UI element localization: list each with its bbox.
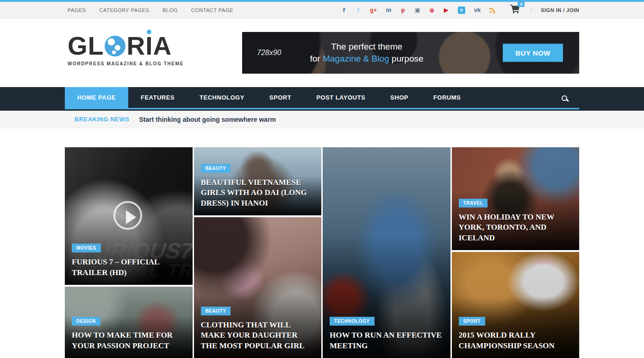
post-grid: FURIOUS7 OFFICIAL TRAILER MOVIES FURIOUS… xyxy=(65,147,579,358)
nav-sport[interactable]: SPORT xyxy=(257,87,304,108)
sign-in-link[interactable]: SIGN IN / JOIN xyxy=(541,7,579,13)
post-title[interactable]: HOW TO MAKE TIME FOR YOUR PASSION PROJEC… xyxy=(72,330,186,351)
breaking-news-headline[interactable]: Start thinking about going somewhere war… xyxy=(139,116,276,123)
post-title[interactable]: 2015 WORLD RALLY CHAMPIONSHIP SEASON xyxy=(459,330,573,351)
pinterest-icon[interactable]: p xyxy=(400,7,406,13)
ad-line1: The perfect theme xyxy=(331,42,402,51)
nav-forums[interactable]: FORUMS xyxy=(421,87,473,108)
ad-line2-prefix: for xyxy=(310,54,322,63)
vk-icon[interactable]: vk xyxy=(474,7,481,13)
rss-icon[interactable] xyxy=(489,6,496,13)
category-badge[interactable]: BEAUTY xyxy=(201,164,231,173)
ad-line2-highlight: Magazine & Blog xyxy=(323,54,389,63)
topbar-link-pages[interactable]: PAGES xyxy=(68,7,86,13)
post-title[interactable]: WIN A HOLIDAY TO NEW YORK, TORONTO, AND … xyxy=(459,212,573,243)
twitter-icon[interactable]: t xyxy=(356,7,361,13)
site-logo[interactable]: GL R I A WORDPRESS MAGAZINE & BLOG THEME xyxy=(68,33,184,67)
category-badge[interactable]: TRAVEL xyxy=(459,199,488,207)
cart-button[interactable]: 0 xyxy=(510,5,520,15)
secondary-nav: PAGES CATEGORY PAGES BLOG CONTACT PAGE xyxy=(65,7,233,13)
logo-text-a: A xyxy=(153,33,172,59)
topbar-right: f t g+ in p ▣ ◉ ▶ v vk 0 SIGN IN / xyxy=(341,5,579,15)
play-button[interactable] xyxy=(113,201,142,230)
top-bar: PAGES CATEGORY PAGES BLOG CONTACT PAGE f… xyxy=(0,2,644,19)
post-card-meeting[interactable]: TECHNOLOGY HOW TO RUN AN EFFECTIVE MEETI… xyxy=(323,147,450,358)
main-nav: HOME PAGE FEATURES TECHNOLOGY SPORT POST… xyxy=(0,87,644,111)
ad-line2-suffix: purpose xyxy=(389,54,424,63)
grid-column-3: TECHNOLOGY HOW TO RUN AN EFFECTIVE MEETI… xyxy=(323,147,450,358)
nav-features[interactable]: FEATURES xyxy=(128,87,187,108)
search-icon xyxy=(562,95,567,101)
google-plus-icon[interactable]: g+ xyxy=(370,7,377,13)
topbar-link-blog[interactable]: BLOG xyxy=(163,7,178,13)
search-button[interactable] xyxy=(555,87,574,109)
category-badge[interactable]: TECHNOLOGY xyxy=(330,317,375,326)
ad-text: The perfect theme for Magazine & Blog pu… xyxy=(242,41,491,64)
divider xyxy=(531,7,531,13)
page: PAGES CATEGORY PAGES BLOG CONTACT PAGE f… xyxy=(0,0,644,358)
nav-home-page[interactable]: HOME PAGE xyxy=(65,87,128,108)
instagram-icon[interactable]: ▣ xyxy=(414,7,420,13)
post-card-furious-7[interactable]: FURIOUS7 OFFICIAL TRAILER MOVIES FURIOUS… xyxy=(65,147,193,285)
post-title[interactable]: FURIOUS 7 – OFFICIAL TRAILER (HD) xyxy=(72,257,186,278)
logo-text-r: R xyxy=(126,33,145,59)
post-card-clothing[interactable]: BEAUTY CLOTHING THAT WILL MAKE YOUR DAUG… xyxy=(194,217,322,358)
header: GL R I A WORDPRESS MAGAZINE & BLOG THEME… xyxy=(0,19,644,87)
grid-column-1: FURIOUS7 OFFICIAL TRAILER MOVIES FURIOUS… xyxy=(65,147,193,358)
logo-letter-i: I xyxy=(145,33,153,59)
vimeo-icon[interactable]: v xyxy=(458,6,465,14)
linkedin-icon[interactable]: in xyxy=(386,7,391,13)
youtube-icon[interactable]: ▶ xyxy=(444,7,449,13)
logo-tagline: WORDPRESS MAGAZINE & BLOG THEME xyxy=(68,61,184,66)
category-badge[interactable]: SPORT xyxy=(459,317,485,326)
category-badge[interactable]: DESIGN xyxy=(72,317,100,326)
post-title[interactable]: BEAUTIFUL VIETNAMESE GIRLS WITH AO DAI (… xyxy=(201,177,315,208)
grid-column-4: TRAVEL WIN A HOLIDAY TO NEW YORK, TORONT… xyxy=(452,147,580,358)
post-card-hanoi[interactable]: BEAUTY BEAUTIFUL VIETNAMESE GIRLS WITH A… xyxy=(194,147,322,215)
dribbble-icon[interactable]: ◉ xyxy=(429,7,435,13)
breaking-news-label: BREAKING NEWS xyxy=(75,116,129,123)
globe-icon xyxy=(105,36,125,57)
post-card-rally[interactable]: SPORT 2015 WORLD RALLY CHAMPIONSHIP SEAS… xyxy=(452,252,580,358)
breaking-news-bar: BREAKING NEWS Start thinking about going… xyxy=(0,111,644,128)
post-card-travel[interactable]: TRAVEL WIN A HOLIDAY TO NEW YORK, TORONT… xyxy=(452,147,580,250)
cart-count-badge: 0 xyxy=(518,1,525,7)
category-badge[interactable]: MOVIES xyxy=(72,244,101,252)
post-title[interactable]: CLOTHING THAT WILL MAKE YOUR DAUGHTER TH… xyxy=(201,320,315,351)
nav-technology[interactable]: TECHNOLOGY xyxy=(187,87,257,108)
post-title[interactable]: HOW TO RUN AN EFFECTIVE MEETING xyxy=(330,330,444,351)
social-icons: f t g+ in p ▣ ◉ ▶ v vk xyxy=(341,6,496,14)
logo-text-gl: GL xyxy=(68,33,104,59)
buy-now-button[interactable]: BUY NOW xyxy=(503,44,563,62)
topbar-link-contact-page[interactable]: CONTACT PAGE xyxy=(191,7,233,13)
facebook-icon[interactable]: f xyxy=(341,7,347,13)
post-card-passion-project[interactable]: DESIGN HOW TO MAKE TIME FOR YOUR PASSION… xyxy=(65,287,193,358)
category-badge[interactable]: BEAUTY xyxy=(201,307,231,315)
nav-shop[interactable]: SHOP xyxy=(378,87,421,108)
topbar-link-category-pages[interactable]: CATEGORY PAGES xyxy=(100,7,150,13)
grid-column-2: BEAUTY BEAUTIFUL VIETNAMESE GIRLS WITH A… xyxy=(194,147,322,358)
nav-post-layouts[interactable]: POST LAYOUTS xyxy=(304,87,378,108)
header-ad-banner[interactable]: 728x90 The perfect theme for Magazine & … xyxy=(242,32,579,74)
rss-shape xyxy=(489,6,496,13)
